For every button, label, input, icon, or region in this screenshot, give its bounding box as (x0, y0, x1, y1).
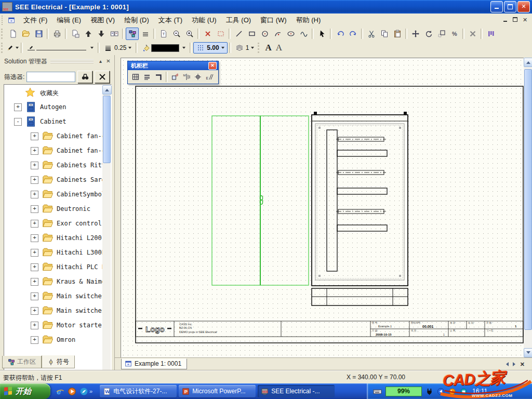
save-button[interactable] (32, 28, 45, 40)
draw-circle-button[interactable] (258, 28, 271, 40)
print-button[interactable] (50, 28, 63, 40)
draw-rectangle-button[interactable] (245, 28, 258, 40)
tree-expand-toggle[interactable]: + (31, 220, 38, 228)
tree-item[interactable]: 收藏夹 (5, 85, 102, 100)
open-button[interactable] (19, 28, 32, 40)
tree-item[interactable]: +Hitachi L200 (5, 231, 102, 245)
zoom-window-button[interactable] (214, 28, 227, 40)
menu-function[interactable]: 功能 (U) (187, 14, 221, 26)
tree-expand-toggle[interactable]: + (31, 249, 38, 257)
tree-expand-toggle[interactable]: - (14, 118, 22, 126)
tree-item[interactable]: +Main switches K (5, 289, 102, 303)
workspace-explorer-button[interactable] (126, 28, 139, 40)
rotate-button[interactable] (422, 28, 435, 40)
tree-expand-toggle[interactable]: + (31, 292, 38, 300)
filter-clear-button[interactable] (95, 71, 110, 83)
filter-input[interactable] (26, 72, 75, 82)
tab-symbols[interactable]: 符号 (42, 355, 75, 368)
place-cabinet-button[interactable] (169, 72, 181, 83)
mdi-restore-button[interactable] (511, 17, 519, 24)
delete-button[interactable] (201, 28, 214, 40)
keyboard-icon[interactable] (373, 387, 382, 396)
align-rail-button[interactable] (181, 72, 192, 83)
draw-ellipse-button[interactable] (284, 28, 297, 40)
zoom-out-button[interactable] (170, 28, 183, 40)
cabinet-body[interactable] (312, 112, 408, 305)
export-page-button[interactable] (69, 28, 82, 40)
scale-button[interactable] (435, 28, 448, 40)
tree-expand-toggle[interactable]: + (31, 191, 38, 198)
tree-item[interactable]: +Deutronic (5, 202, 102, 216)
taskbar-word-button[interactable]: 电气设计软件-27-... (100, 385, 177, 397)
menu-edit[interactable]: 编辑 (E) (52, 14, 86, 26)
font-small-button[interactable]: A (276, 43, 282, 53)
tree-expand-toggle[interactable]: + (14, 103, 22, 111)
cabinet-rails-button[interactable] (141, 72, 153, 83)
erase-button[interactable] (466, 28, 479, 40)
cabinet-toolbar-close-button[interactable]: ✕ (208, 62, 217, 70)
undo-button[interactable] (334, 28, 347, 40)
tree-expand-toggle[interactable]: + (31, 278, 38, 286)
grid-size-combo[interactable]: 5.00 (193, 42, 227, 54)
start-button[interactable]: 开始 (0, 383, 50, 399)
canvas-vertical-scrollbar[interactable] (524, 58, 532, 357)
menu-draw[interactable]: 绘制 (D) (119, 14, 154, 26)
tree-expand-toggle[interactable]: + (31, 147, 38, 155)
quicklaunch-messenger-icon[interactable] (79, 387, 88, 396)
tree-expand-toggle[interactable]: + (31, 132, 38, 140)
mdi-minimize-button[interactable] (501, 17, 509, 24)
tree-expand-toggle[interactable]: + (31, 307, 38, 315)
tree-item[interactable]: +Hitachi L300P (5, 245, 102, 260)
panel-pin-button[interactable]: ▴ (97, 58, 104, 65)
tree-expand-toggle[interactable]: + (31, 205, 38, 213)
page-down-button[interactable] (95, 28, 108, 40)
tree-item[interactable]: +Main switches S (5, 303, 102, 318)
quicklaunch-mediaplayer-icon[interactable] (68, 387, 76, 396)
tree-expand-toggle[interactable]: + (31, 322, 38, 329)
tree-item[interactable]: +Omron (5, 332, 102, 347)
list-view-button[interactable] (139, 28, 152, 40)
tab-scroll-right-button[interactable] (513, 362, 517, 366)
battery-indicator[interactable]: 99% (385, 387, 422, 396)
new-document-button[interactable] (6, 28, 19, 40)
tree-vertical-scrollbar[interactable] (102, 85, 111, 390)
taskbar-see-button[interactable]: SEE Electrical -... (258, 385, 335, 397)
draw-line-button[interactable] (232, 28, 245, 40)
minimize-button[interactable] (490, 1, 503, 12)
menu-help[interactable]: 帮助 (H) (291, 14, 326, 26)
tab-scroll-left-button[interactable] (504, 362, 509, 366)
page-up-button[interactable] (82, 28, 95, 40)
tree-item[interactable]: +Cabinets Sarel (5, 172, 102, 187)
tree-expand-toggle[interactable]: + (31, 263, 38, 271)
menu-window[interactable]: 窗口 (W) (256, 14, 291, 26)
panel-close-button[interactable]: ✕ (104, 58, 112, 65)
rollback-tray-icon[interactable] (437, 388, 445, 395)
document-tab[interactable]: Example 1: 0001 (121, 358, 187, 369)
layer-combo[interactable]: 1 (233, 43, 257, 53)
text-columns-button[interactable] (484, 28, 497, 40)
page-manager-button[interactable] (108, 28, 121, 40)
mdi-close-button[interactable]: ✕ (521, 17, 529, 24)
redo-button[interactable] (347, 28, 360, 40)
drawing-canvas[interactable]: Logo CASS Inc. BZ:06,CN DEMO proje in SE… (121, 58, 525, 358)
mdi-child-icon[interactable] (7, 17, 16, 24)
tree-item[interactable]: +Motor starter T (5, 318, 102, 332)
close-button[interactable]: ✕ (517, 1, 530, 12)
paste-button[interactable] (391, 28, 404, 40)
copy-button[interactable] (378, 28, 391, 40)
restore-button[interactable] (504, 1, 516, 12)
tree-item[interactable]: +Hitachi PLC EH- (5, 260, 102, 274)
measure-rail-button[interactable] (204, 72, 215, 83)
menu-tools[interactable]: 工具 (O) (221, 14, 256, 26)
cabinet-duct-button[interactable] (153, 72, 164, 83)
line-width-combo[interactable]: 0.25 (101, 43, 134, 53)
zoom-in-button[interactable] (183, 28, 196, 40)
tree-expand-toggle[interactable]: + (31, 176, 38, 184)
tree-item[interactable]: +CabinetSymbols (5, 187, 102, 202)
cut-button[interactable] (365, 28, 378, 40)
tree-expand-toggle[interactable]: + (31, 234, 38, 242)
taskbar-powerpoint-button[interactable]: Microsoft PowerP... (179, 385, 256, 397)
tree-item[interactable]: +Cabinet fan-cor (5, 129, 102, 143)
update-tray-icon[interactable] (448, 388, 456, 395)
draw-spline-button[interactable] (297, 28, 310, 40)
